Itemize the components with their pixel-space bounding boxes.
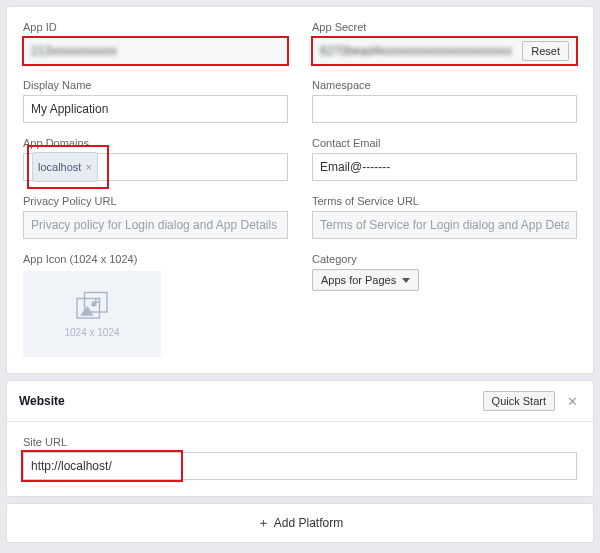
site-url-wrap [23,452,577,480]
app-id-value: 213xxxxxxxxxxx [31,38,117,64]
display-name-label: Display Name [23,79,288,91]
app-secret-value: 6270bead4xxxxxxxxxxxxxxxxxxxxxx [320,38,512,64]
row-domains-contact: App Domains localhost × Contact Email [23,137,577,181]
field-app-secret: App Secret 6270bead4xxxxxxxxxxxxxxxxxxxx… [312,21,577,65]
tos-url-input[interactable] [312,211,577,239]
category-dropdown[interactable]: Apps for Pages [312,269,419,291]
website-body: Site URL [7,422,593,496]
category-label: Category [312,253,577,265]
plus-icon: ＋ [257,514,270,532]
tos-url-label: Terms of Service URL [312,195,577,207]
website-header-actions: Quick Start ✕ [483,391,581,411]
remove-tag-icon[interactable]: × [85,154,91,180]
field-category: Category Apps for Pages [312,253,577,357]
namespace-input[interactable] [312,95,577,123]
site-url-input[interactable] [23,452,577,480]
website-panel: Website Quick Start ✕ Site URL [6,380,594,497]
field-privacy-url: Privacy Policy URL [23,195,288,239]
row-icon-category: App Icon (1024 x 1024) 1024 x 1024 Categ… [23,253,577,357]
domain-tag-text: localhost [38,154,81,180]
app-icon-label: App Icon (1024 x 1024) [23,253,288,265]
app-settings-panel: App ID 213xxxxxxxxxxx App Secret 6270bea… [6,6,594,374]
field-contact-email: Contact Email [312,137,577,181]
app-id-value-box: 213xxxxxxxxxxx [23,37,288,65]
namespace-label: Namespace [312,79,577,91]
quick-start-button[interactable]: Quick Start [483,391,555,411]
field-app-icon: App Icon (1024 x 1024) 1024 x 1024 [23,253,288,357]
website-title: Website [19,394,65,408]
close-icon[interactable]: ✕ [563,392,581,410]
add-platform-label: Add Platform [274,516,343,530]
privacy-url-input[interactable] [23,211,288,239]
contact-email-input[interactable] [312,153,577,181]
app-id-label: App ID [23,21,288,33]
svg-marker-1 [80,306,94,316]
app-domains-input[interactable]: localhost × [23,153,288,181]
row-privacy-tos: Privacy Policy URL Terms of Service URL [23,195,577,239]
field-display-name: Display Name [23,79,288,123]
website-header: Website Quick Start ✕ [7,381,593,422]
reset-secret-button[interactable]: Reset [522,41,569,61]
category-value: Apps for Pages [321,274,396,286]
field-app-domains: App Domains localhost × [23,137,288,181]
field-tos-url: Terms of Service URL [312,195,577,239]
field-namespace: Namespace [312,79,577,123]
app-secret-label: App Secret [312,21,577,33]
app-settings-body: App ID 213xxxxxxxxxxx App Secret 6270bea… [7,7,593,373]
app-icon-caption: 1024 x 1024 [64,327,119,338]
contact-email-label: Contact Email [312,137,577,149]
row-name-namespace: Display Name Namespace [23,79,577,123]
domain-tag-highlight: localhost × [28,146,108,188]
display-name-input[interactable] [23,95,288,123]
row-id-secret: App ID 213xxxxxxxxxxx App Secret 6270bea… [23,21,577,65]
app-icon-upload[interactable]: 1024 x 1024 [23,271,161,357]
field-app-id: App ID 213xxxxxxxxxxx [23,21,288,65]
chevron-down-icon [402,278,410,283]
domain-tag: localhost × [32,152,98,182]
privacy-url-label: Privacy Policy URL [23,195,288,207]
app-secret-value-box: 6270bead4xxxxxxxxxxxxxxxxxxxxxx Reset [312,37,577,65]
site-url-label: Site URL [23,436,577,448]
image-placeholder-icon [74,291,110,321]
field-site-url: Site URL [23,436,577,480]
add-platform-button[interactable]: ＋ Add Platform [6,503,594,543]
